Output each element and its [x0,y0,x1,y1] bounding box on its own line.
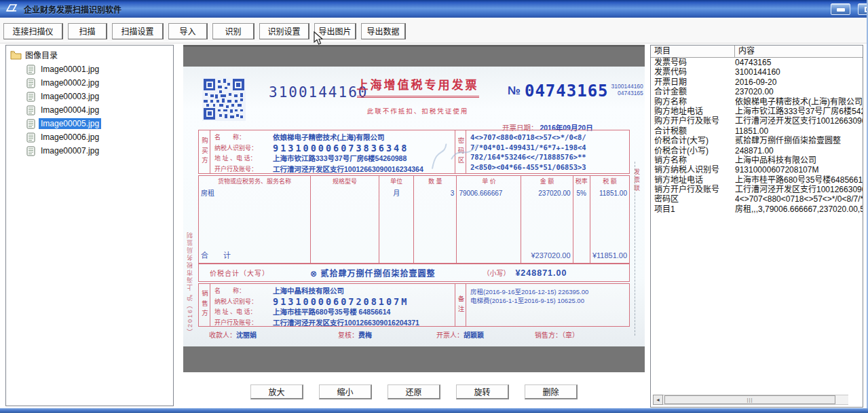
document-icon [26,119,35,129]
item-name: 房租 [199,187,310,199]
tree-item-image00002[interactable]: Image00002.jpg [26,76,173,90]
invoice-fold-line [635,162,635,336]
invoice-number-block: № 04743165 3100144160 04743165 [508,82,643,101]
tree-root-label: 图像目录 [25,49,58,60]
document-icon [26,146,35,156]
delete-button[interactable]: 删除 [525,384,578,399]
result-row-seller-bank: 销方开户行及账号工行漕河泾开发区支行100126630901 [651,185,863,194]
item-spec [311,187,379,199]
item-amount: 237020.00 [521,187,572,199]
export-image-button[interactable]: 导出图片 [314,23,356,39]
result-row-total-amount: 合计金额237020.00 [651,87,863,96]
drawer-name: 胡颖颖 [464,331,484,339]
export-data-button[interactable]: 导出数据 [361,23,406,39]
item-unit: 月 [379,187,413,199]
tree-item-image00007[interactable]: Image00007.jpg [26,144,173,158]
seller-name-label: 名 称： [214,286,273,297]
tree-item-label: Image00004.jpg [39,105,101,115]
buyer-name-label: 名 称： [214,132,273,143]
tree-item-image00006[interactable]: Image00006.jpg [26,130,173,144]
remark-area: 房租(2016-9-16至2016-12-15) 226395.00 电梯费(2… [466,284,629,326]
recognize-button[interactable]: 识别 [212,23,254,39]
zoom-out-button[interactable]: 缩小 [319,384,372,399]
scan-button[interactable]: 扫描 [68,23,107,39]
document-icon [26,105,35,115]
connect-scanner-button[interactable]: 连接扫描仪 [3,23,63,39]
total-tax: ¥11851.00 [590,248,629,263]
result-row-total-numeric: 价税合计(小写)248871.00 [651,146,863,156]
invoice-left-edge-text: （2016）沪 上海市税务局监制 [185,138,194,335]
payee-name: 沈丽娟 [236,331,257,339]
invoice-number: 04743165 [525,82,609,101]
buyer-bank-label: 开户行及账号： [214,164,273,174]
tree-item-label: Image00002.jpg [39,77,101,88]
result-row-seller-name: 销方名称上海中品科技有限公司 [651,156,863,165]
invoice-number-small-code: 3100144160 [611,83,643,90]
seller-stamp-label: 销售方： [535,331,562,339]
total-in-words: ⊗ 贰拾肆万捌仟捌佰柒拾壹圆整 [310,267,435,279]
seller-bank: 工行漕河泾开发区支行1001266309016204371 [273,318,419,327]
total-amount: ¥237020.00 [521,248,572,263]
scan-settings-button[interactable]: 扫描设置 [112,23,164,39]
tree-item-image00004[interactable]: Image00004.jpg [26,103,173,117]
qr-code [202,77,246,121]
import-button[interactable]: 导入 [168,23,208,39]
tree-item-label: Image00006.jpg [39,132,101,143]
document-icon [26,65,35,75]
buyer-taxid: 913100006073836348 [273,143,409,154]
buyer-section: 购买方 名 称：依娘梯电子精密技术(上海)有限公司 纳税人识别号：9131000… [198,130,630,174]
recognize-settings-button[interactable]: 识别设置 [259,23,309,39]
result-row-invoice-number: 发票号码04743165 [651,58,863,67]
drawer-label: 开票人： [436,331,464,339]
header-content-column[interactable]: 内容 [735,46,863,57]
main-toolbar: 连接扫描仪 扫描 扫描设置 导入 识别 识别设置 导出图片 导出数据 [0,18,868,43]
buyer-bank: 工行漕河泾开发区支行10012663090016234364 [273,164,423,174]
tree-root-image-directory[interactable]: 图像目录 [6,46,173,62]
tree-item-label: Image00007.jpg [39,145,101,156]
window-bottom-border [0,408,868,413]
item-tax: 11851.00 [590,187,629,199]
title-bar: 企业财务发票扫描识别软件 [0,0,868,18]
tree-item-label: Image00003.jpg [39,91,101,102]
recognition-result-panel: 项目 内容 发票号码04743165 发票代码3100144160 开票日期20… [650,45,863,408]
tree-item-label: Image00001.jpg [39,64,101,75]
seller-taxid-label: 纳税人识别号： [214,297,273,308]
invoice-footer: 收款人：沈丽娟 复核：费梅 开票人：胡颖颖 销售方：（章） [198,329,624,343]
result-row-invoice-date: 开票日期2016-09-20 [651,77,863,87]
result-table-header: 项目 内容 [651,46,863,58]
result-row-password-area: 密码区4<>707<880<0718<>57<>*/0<8/7/* [651,194,863,204]
scanned-invoice: （2016）沪 上海市税务局监制 发票联 [183,67,645,346]
app-scanner-icon [5,3,19,14]
image-directory-panel: 图像目录 Image00001.jpg Image00002.jpg Image… [5,45,174,406]
col-header-amount: 金 额 [521,176,572,187]
scrollbar-track[interactable]: ||| [663,395,848,405]
horizontal-scrollbar[interactable]: ◄ ||| [653,395,848,405]
result-row-buyer-address: 购方地址电话上海市钦江路333号37号厂房6楼5426 [651,107,863,116]
result-row-line-item-1: 项目1房租,,,3,79006.666667,237020.00,5% [651,204,863,214]
col-header-unit: 单位 [379,176,413,187]
col-header-spec: 规格型号 [311,176,379,187]
item-price: 79006.666667 [457,187,521,199]
reset-button[interactable]: 还原 [388,384,440,399]
buyer-section-label: 购买方 [199,130,210,173]
seller-address-label: 地 址 、电 话： [214,307,273,318]
result-row-seller-taxid: 销方纳税人识别号91310000607208107M [651,165,863,175]
total-numeric: ¥248871.00 [515,268,567,278]
minimize-button[interactable] [831,3,850,15]
col-header-name: 货物或应税劳务、服务名称 [199,176,310,187]
tree-item-image00005-selected[interactable]: Image00005.jpg [26,117,173,130]
rotate-button[interactable]: 旋转 [456,384,509,399]
zoom-in-button[interactable]: 放大 [250,384,303,399]
result-row-buyer-name: 购方名称依娘梯电子精密技术(上海)有限公司 [651,97,863,107]
scrollbar-thumb[interactable]: ||| [664,395,835,404]
tree-item-image00003[interactable]: Image00003.jpg [26,90,173,103]
tree-item-image00001[interactable]: Image00001.jpg [26,62,173,76]
invoice-title: 上海增值税专用发票 [357,75,479,98]
header-item-column[interactable]: 项目 [651,46,735,57]
col-header-tax: 税 额 [590,176,629,187]
seller-taxid: 91310000607208107M [273,297,409,308]
window-title: 企业财务发票扫描识别软件 [24,3,121,15]
result-row-invoice-code: 发票代码3100144160 [651,67,863,77]
scrollbar-left-arrow[interactable]: ◄ [653,395,663,405]
col-header-price: 单 价 [457,176,521,187]
